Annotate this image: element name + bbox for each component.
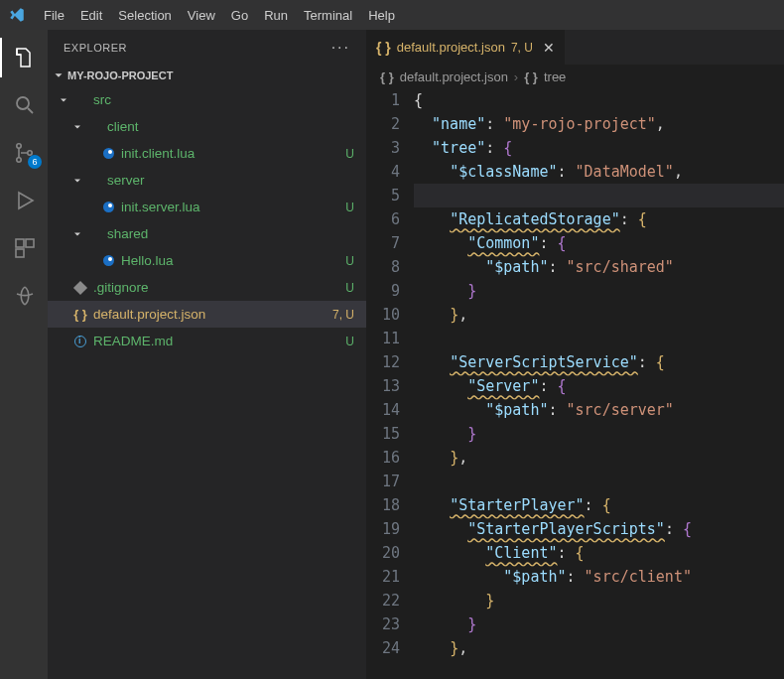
menu-bar: FileEditSelectionViewGoRunTerminalHelp bbox=[0, 0, 784, 30]
close-icon[interactable]: ✕ bbox=[543, 40, 555, 56]
explorer-sidebar: EXPLORER ··· MY-ROJO-PROJECT srcclientin… bbox=[48, 30, 366, 679]
code-line[interactable]: "$path": "src/client" bbox=[414, 565, 784, 589]
file-Hello.lua[interactable]: Hello.luaU bbox=[48, 247, 366, 274]
project-name: MY-ROJO-PROJECT bbox=[67, 69, 173, 81]
file-label: README.md bbox=[93, 334, 345, 348]
code-line[interactable] bbox=[414, 470, 784, 493]
code-line[interactable]: { bbox=[414, 88, 784, 112]
file-init.server.lua[interactable]: init.server.luaU bbox=[48, 194, 366, 220]
code-line[interactable] bbox=[414, 327, 784, 350]
menu-terminal[interactable]: Terminal bbox=[296, 4, 360, 27]
code-line[interactable]: "Server": { bbox=[414, 374, 784, 398]
code-line[interactable]: "Common": { bbox=[414, 231, 784, 255]
code-line[interactable]: }, bbox=[414, 303, 784, 327]
code-line[interactable]: } bbox=[414, 589, 784, 612]
code-editor[interactable]: 123456789101112131415161718192021222324 … bbox=[366, 88, 784, 679]
code-line[interactable]: }, bbox=[414, 446, 784, 470]
file-.gitignore[interactable]: .gitignoreU bbox=[48, 274, 366, 301]
file-label: Hello.lua bbox=[121, 253, 345, 268]
code-line[interactable]: } bbox=[414, 422, 784, 446]
tab-default-project-json[interactable]: { } default.project.json 7, U ✕ bbox=[366, 30, 566, 65]
file-init.client.lua[interactable]: init.client.luaU bbox=[48, 140, 366, 167]
menu-go[interactable]: Go bbox=[223, 4, 256, 27]
svg-rect-6 bbox=[16, 249, 24, 257]
vscode-logo-icon bbox=[8, 6, 26, 24]
file-label: server bbox=[107, 173, 354, 188]
code-line[interactable]: }, bbox=[414, 636, 784, 660]
info-icon bbox=[71, 336, 89, 347]
badge: 6 bbox=[28, 155, 42, 169]
braces-icon: { } bbox=[380, 69, 394, 84]
menu-file[interactable]: File bbox=[36, 4, 72, 27]
code-line[interactable]: "StarterPlayer": { bbox=[414, 493, 784, 517]
braces-icon: { } bbox=[376, 40, 391, 56]
git-decoration: U bbox=[345, 147, 354, 161]
git-decoration: U bbox=[345, 281, 354, 295]
chevron-right-icon: › bbox=[514, 69, 518, 84]
folder-shared[interactable]: shared bbox=[48, 220, 366, 247]
live-share-icon[interactable] bbox=[0, 276, 48, 316]
code-line[interactable]: "ServerScriptService": { bbox=[414, 350, 784, 374]
file-label: shared bbox=[107, 226, 354, 241]
run-debug-icon[interactable] bbox=[0, 181, 48, 220]
more-actions-icon[interactable]: ··· bbox=[331, 39, 350, 57]
code-line[interactable]: } bbox=[414, 612, 784, 636]
code-line[interactable]: "name": "my-rojo-project", bbox=[414, 112, 784, 136]
source-control-icon[interactable]: 6 bbox=[0, 133, 48, 173]
file-default.project.json[interactable]: { }default.project.json7, U bbox=[48, 301, 366, 328]
code-line[interactable] bbox=[414, 184, 784, 207]
editor-group: { } default.project.json 7, U ✕ { }defau… bbox=[366, 30, 784, 679]
extensions-icon[interactable] bbox=[0, 228, 48, 268]
chevron-down-icon bbox=[69, 175, 85, 187]
breadcrumb-segment[interactable]: tree bbox=[544, 69, 566, 84]
git-decoration: U bbox=[345, 254, 354, 268]
menu-edit[interactable]: Edit bbox=[72, 4, 110, 27]
folder-client[interactable]: client bbox=[48, 113, 366, 140]
git-decoration: U bbox=[345, 201, 354, 214]
file-README.md[interactable]: README.mdU bbox=[48, 328, 366, 354]
tab-label: default.project.json bbox=[397, 40, 505, 55]
svg-rect-4 bbox=[16, 239, 24, 247]
braces-icon: { } bbox=[524, 69, 538, 84]
code-line[interactable]: } bbox=[414, 279, 784, 303]
code-line[interactable]: "tree": { bbox=[414, 136, 784, 160]
braces-icon: { } bbox=[71, 307, 89, 322]
lua-icon bbox=[99, 255, 117, 266]
line-gutter: 123456789101112131415161718192021222324 bbox=[366, 88, 414, 679]
file-tree: srcclientinit.client.luaUserverinit.serv… bbox=[48, 86, 366, 354]
activity-bar: 6 bbox=[0, 30, 48, 679]
chevron-down-icon bbox=[69, 228, 85, 240]
tab-bar: { } default.project.json 7, U ✕ bbox=[366, 30, 784, 65]
file-label: init.server.lua bbox=[121, 200, 345, 214]
svg-point-2 bbox=[17, 158, 21, 162]
menu-run[interactable]: Run bbox=[256, 4, 296, 27]
menu-selection[interactable]: Selection bbox=[110, 4, 179, 27]
breadcrumb[interactable]: { }default.project.json›{ }tree bbox=[366, 65, 784, 88]
files-icon[interactable] bbox=[0, 38, 48, 77]
explorer-title: EXPLORER bbox=[64, 42, 127, 54]
git-icon bbox=[71, 283, 89, 293]
code-line[interactable]: "StarterPlayerScripts": { bbox=[414, 517, 784, 541]
folder-server[interactable]: server bbox=[48, 167, 366, 194]
file-label: default.project.json bbox=[93, 307, 332, 322]
file-label: init.client.lua bbox=[121, 146, 345, 161]
code-line[interactable]: "ReplicatedStorage": { bbox=[414, 207, 784, 231]
code-line[interactable]: "Client": { bbox=[414, 541, 784, 565]
file-label: .gitignore bbox=[93, 280, 345, 295]
menu-view[interactable]: View bbox=[180, 4, 223, 27]
git-decoration: 7, U bbox=[332, 308, 354, 322]
search-icon[interactable] bbox=[0, 85, 48, 125]
tab-decoration: 7, U bbox=[511, 41, 533, 55]
code-line[interactable]: "$path": "src/server" bbox=[414, 398, 784, 422]
menu-help[interactable]: Help bbox=[360, 4, 403, 27]
code-line[interactable]: "$path": "src/shared" bbox=[414, 255, 784, 279]
chevron-down-icon bbox=[56, 94, 71, 106]
code-content[interactable]: { "name": "my-rojo-project", "tree": { "… bbox=[414, 88, 784, 679]
chevron-down-icon bbox=[69, 121, 85, 133]
breadcrumb-segment[interactable]: default.project.json bbox=[400, 69, 508, 84]
code-line[interactable]: "$className": "DataModel", bbox=[414, 160, 784, 184]
folder-src[interactable]: src bbox=[48, 86, 366, 113]
lua-icon bbox=[99, 202, 117, 212]
project-section-header[interactable]: MY-ROJO-PROJECT bbox=[48, 65, 366, 86]
explorer-header: EXPLORER ··· bbox=[48, 30, 366, 65]
